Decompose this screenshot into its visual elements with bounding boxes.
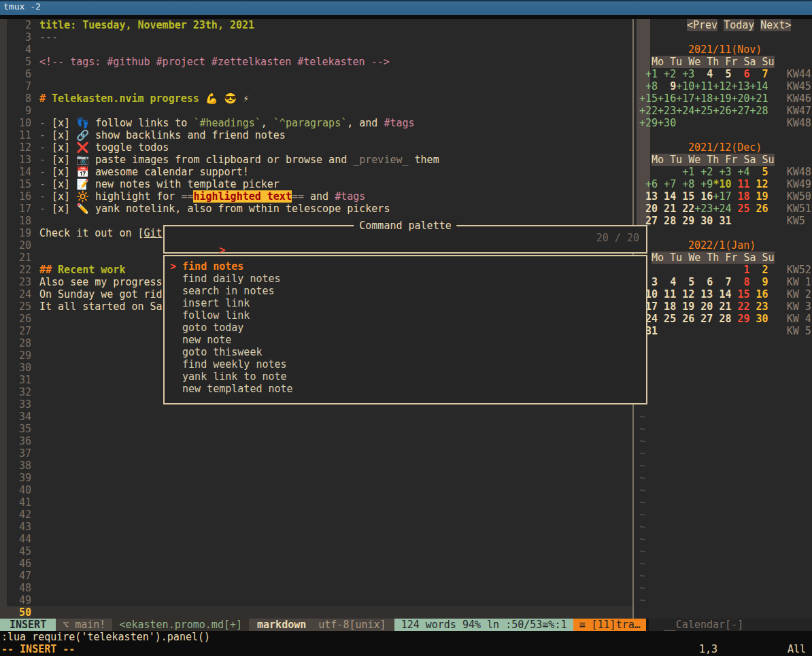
editor-line[interactable]: 41 xyxy=(0,496,632,508)
calendar-day[interactable]: +24 xyxy=(713,203,731,215)
editor-line[interactable]: 6 xyxy=(0,68,632,80)
calendar-day[interactable]: +1 xyxy=(639,68,658,80)
calendar-day[interactable]: +8 xyxy=(676,178,694,190)
calendar-day[interactable]: 9 xyxy=(658,80,676,92)
calendar-day[interactable]: 25 xyxy=(658,313,676,325)
calendar-day[interactable]: +25 xyxy=(694,105,713,117)
editor-line[interactable]: 14- [x] 📅 awesome calendar support! xyxy=(0,166,632,178)
editor-line[interactable]: 17- [x] ✏️ yank notelink, also from wthi… xyxy=(0,203,632,215)
editor-line[interactable]: 7 xyxy=(0,80,632,92)
palette-prompt-box[interactable]: Command palette > 20 / 20 xyxy=(163,225,647,254)
editor-line[interactable]: 35 xyxy=(0,423,632,435)
editor-line[interactable]: 36 xyxy=(0,435,632,447)
calendar-nav-button-prev[interactable]: <Prev xyxy=(687,19,717,31)
calendar-day[interactable]: 1 xyxy=(731,264,749,276)
editor-line[interactable]: 9 xyxy=(0,105,632,117)
calendar-day[interactable]: +23 xyxy=(658,105,676,117)
calendar-day[interactable]: 26 xyxy=(750,203,768,215)
editor-line[interactable]: 39 xyxy=(0,472,632,484)
editor-line[interactable]: 47 xyxy=(0,570,632,582)
calendar-day[interactable]: 25 xyxy=(731,203,749,215)
calendar-day[interactable]: 5 xyxy=(713,68,731,80)
calendar-day[interactable]: +17 xyxy=(676,92,694,105)
editor-line[interactable]: 34 xyxy=(0,411,632,423)
calendar-day[interactable]: 13 xyxy=(694,288,713,300)
calendar-day[interactable]: 4 xyxy=(658,276,676,288)
command-palette[interactable]: Command palette > 20 / 20 > find notes f… xyxy=(163,225,647,404)
calendar-day[interactable]: +10 xyxy=(676,80,694,92)
editor-line[interactable]: 43 xyxy=(0,521,632,533)
calendar-day[interactable]: +9 xyxy=(694,178,713,190)
calendar-day[interactable]: +20 xyxy=(731,92,749,105)
calendar-day[interactable]: 16 xyxy=(694,190,713,203)
calendar-day[interactable]: 6 xyxy=(731,68,749,80)
calendar-nav-button-today[interactable]: Today xyxy=(724,19,754,31)
calendar-day[interactable]: *10 xyxy=(713,178,731,190)
calendar-day[interactable]: 12 xyxy=(676,288,694,300)
calendar-day[interactable]: 26 xyxy=(676,313,694,325)
calendar-day[interactable]: 14 xyxy=(713,288,731,300)
calendar-day[interactable]: +11 xyxy=(694,80,713,92)
calendar-day[interactable]: 18 xyxy=(658,300,676,313)
calendar-day[interactable]: 5 xyxy=(676,276,694,288)
palette-results-box[interactable]: > find notes find daily notes search in … xyxy=(163,255,647,404)
calendar-day[interactable]: +16 xyxy=(658,92,676,105)
calendar-day[interactable]: +7 xyxy=(658,178,676,190)
calendar-day[interactable]: 6 xyxy=(694,276,713,288)
calendar-day[interactable]: 23 xyxy=(750,300,768,313)
editor-line[interactable]: 37 xyxy=(0,447,632,460)
editor-line[interactable]: 50 xyxy=(0,606,632,619)
palette-item[interactable]: goto today xyxy=(165,322,646,334)
calendar-day[interactable]: +6 xyxy=(639,178,658,190)
editor-line[interactable]: 4 xyxy=(0,44,632,56)
calendar-day[interactable]: 7 xyxy=(713,276,731,288)
calendar-pane[interactable]: <PrevTodayNext> 2021/11(Nov)Mo Tu We Th … xyxy=(634,19,812,606)
calendar-day[interactable]: 28 xyxy=(713,313,731,325)
editor-line[interactable]: 46 xyxy=(0,557,632,570)
calendar-day[interactable]: +21 xyxy=(750,92,768,105)
editor-line[interactable]: 44 xyxy=(0,533,632,545)
calendar-day[interactable]: +2 xyxy=(658,68,676,80)
calendar-day[interactable]: 7 xyxy=(750,68,768,80)
calendar-day[interactable]: +17 xyxy=(713,190,731,203)
palette-item[interactable]: find weekly notes xyxy=(165,358,646,370)
calendar-day[interactable]: 20 xyxy=(639,203,658,215)
palette-item[interactable]: search in notes xyxy=(165,285,646,297)
calendar-day[interactable]: +2 xyxy=(694,166,713,178)
editor-line[interactable]: 16- [x] 🔆 highlight for ==highlighted te… xyxy=(0,190,632,203)
calendar-day[interactable]: 9 xyxy=(750,276,768,288)
calendar-day[interactable]: 22 xyxy=(731,300,749,313)
calendar-day[interactable]: 29 xyxy=(676,215,694,227)
editor-line[interactable]: 2title: Tuesday, November 23th, 2021 xyxy=(0,19,632,31)
calendar-day[interactable]: 2 xyxy=(750,264,768,276)
calendar-day[interactable]: 18 xyxy=(731,190,749,203)
calendar-day[interactable]: 31 xyxy=(713,215,731,227)
calendar-day[interactable]: 19 xyxy=(750,190,768,203)
calendar-day[interactable]: +19 xyxy=(713,92,731,105)
calendar-day[interactable]: 30 xyxy=(694,215,713,227)
palette-item[interactable]: new templated note xyxy=(165,383,646,395)
editor-line[interactable]: 45 xyxy=(0,545,632,557)
palette-item[interactable]: find daily notes xyxy=(165,273,646,285)
editor-line[interactable]: 49 xyxy=(0,594,632,606)
calendar-day[interactable]: +29 xyxy=(639,117,658,129)
buffer-indicator[interactable]: ≡ [11]tra… xyxy=(573,619,645,631)
calendar-day[interactable]: 13 xyxy=(639,190,658,203)
calendar-day[interactable]: 11 xyxy=(731,178,749,190)
calendar-day[interactable]: 28 xyxy=(658,215,676,227)
calendar-day[interactable]: 19 xyxy=(676,300,694,313)
calendar-day[interactable]: 4 xyxy=(694,68,713,80)
palette-item[interactable]: insert link xyxy=(165,297,646,309)
calendar-day[interactable]: 12 xyxy=(750,178,768,190)
editor-line[interactable]: 5<!-- tags: #github #project #zettelkast… xyxy=(0,56,632,68)
calendar-day[interactable]: 16 xyxy=(750,288,768,300)
calendar-day[interactable]: 5 xyxy=(750,166,768,178)
calendar-day[interactable]: 14 xyxy=(658,190,676,203)
calendar-day[interactable]: +4 xyxy=(731,166,749,178)
command-line[interactable]: :lua require('telekasten').panel() xyxy=(1,631,210,643)
calendar-day[interactable]: +8 xyxy=(639,80,658,92)
calendar-day[interactable]: 21 xyxy=(658,203,676,215)
calendar-day[interactable]: +15 xyxy=(639,92,658,105)
calendar-day[interactable]: 15 xyxy=(676,190,694,203)
calendar-day[interactable]: 11 xyxy=(658,288,676,300)
